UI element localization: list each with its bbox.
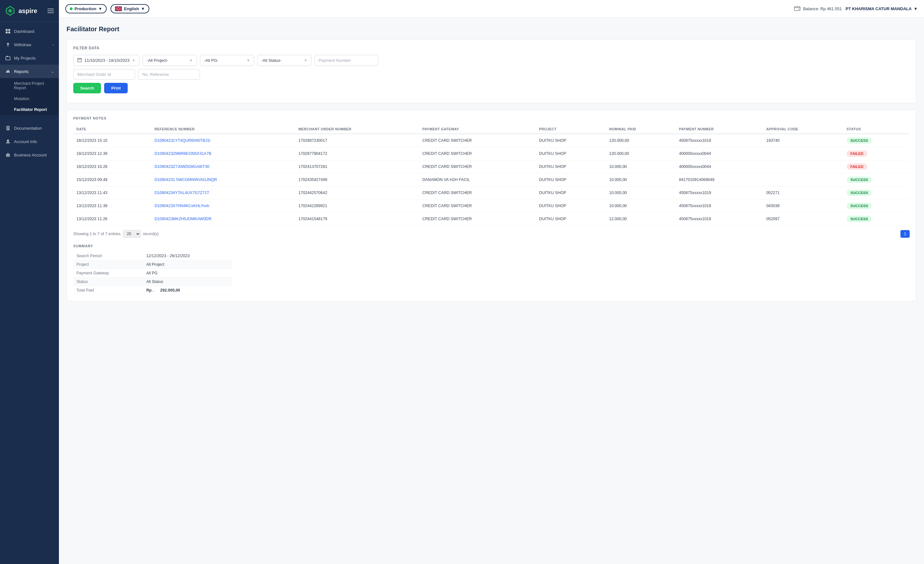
merchant-project-report-label: Merchant Project Report xyxy=(14,81,44,90)
cell-nominal: 10.000,00 xyxy=(606,173,676,186)
summary-label: Project xyxy=(73,260,143,269)
chevron-right-icon: › xyxy=(53,43,54,47)
cell-date: 13/12/2023 11.43 xyxy=(73,186,151,200)
svg-rect-7 xyxy=(6,57,10,60)
project-chevron-icon: ▼ xyxy=(189,59,193,62)
sidebar-item-dashboard-label: Dashboard xyxy=(14,29,34,34)
cell-merchant-order: 1702435427499 xyxy=(295,173,419,186)
language-selector[interactable]: English ▼ xyxy=(111,4,149,14)
pg-filter-value: -All PG- xyxy=(204,58,219,63)
page-size-select[interactable]: 20 50 100 xyxy=(123,230,141,238)
payment-number-input[interactable] xyxy=(315,55,378,66)
cell-merchant-order: 1702413707281 xyxy=(295,160,419,173)
cell-reference[interactable]: D1090423ZM6R8EON5X31A7B xyxy=(151,147,295,160)
cell-date: 13/12/2023 11.26 xyxy=(73,212,151,226)
cell-reference[interactable]: D10904234YTAL4UX7G7Z71T xyxy=(151,186,295,200)
summary-row: Payment GatewayAll PG xyxy=(73,269,232,278)
summary-title: SUMMARY xyxy=(73,244,910,248)
company-chevron-icon: ▼ xyxy=(914,6,918,11)
reference-link[interactable]: D10904231 5WCGMNWVAGJNQR xyxy=(154,177,217,182)
search-button[interactable]: Search xyxy=(73,83,101,93)
cell-project: DUITKU SHOP xyxy=(536,212,606,226)
logo-area: aspire xyxy=(0,0,59,22)
cell-reference[interactable]: D10904231YT4QUR6040TBJ1l xyxy=(151,134,295,147)
table-row: 15/12/2023 09.49 D10904231 5WCGMNWVAGJNQ… xyxy=(73,173,910,186)
page-1-button[interactable]: 1 xyxy=(900,230,910,238)
summary-value: All Project xyxy=(143,260,232,269)
col-date: DATE xyxy=(73,125,151,134)
cell-reference[interactable]: D1090423X7HN4KCxKHLYvxh xyxy=(151,200,295,212)
sidebar-item-withdraw[interactable]: Withdraw › xyxy=(0,38,59,51)
project-filter[interactable]: -All Project- ▼ xyxy=(142,55,197,66)
cell-nominal: 12.000,00 xyxy=(606,212,676,226)
sidebar-item-business-account[interactable]: Business Account xyxy=(0,148,59,162)
date-chevron-icon: ▼ xyxy=(132,59,135,62)
page-buttons: 1 xyxy=(900,230,910,238)
wallet-icon xyxy=(794,6,801,12)
sidebar-item-mutation[interactable]: Mutation xyxy=(0,93,59,104)
pagination-row: Showing 1 to 7 of 7 entries. 20 50 100 r… xyxy=(73,230,910,238)
reference-link[interactable]: D1090423X7HN4KCxKHLYvxh xyxy=(154,204,209,208)
cell-status: FAILED xyxy=(843,147,910,160)
cell-payment-number: 450875xxxxx1019 xyxy=(676,134,763,147)
facilitator-report-label: Facilitator Report xyxy=(14,107,47,112)
col-merchant-order: MERCHANT ORDER NUMBER xyxy=(295,125,419,134)
summary-row: StatusAll Status xyxy=(73,278,232,286)
sidebar-item-documentation[interactable]: Documentation xyxy=(0,122,59,135)
cell-project: DUITKU SHOP xyxy=(536,200,606,212)
status-badge: SUCCESS xyxy=(847,203,872,209)
print-button[interactable]: Print xyxy=(104,83,128,93)
sidebar-item-account-info[interactable]: Account Info xyxy=(0,135,59,148)
cell-approval: 193740 xyxy=(763,134,843,147)
sidebar-item-projects[interactable]: My Projects xyxy=(0,51,59,65)
filter-row-1: 11/10/2023 - 18/10/2023 ▼ -All Project- … xyxy=(73,55,910,66)
cell-reference[interactable]: D10904231 5WCGMNWVAGJNQR xyxy=(151,173,295,186)
no-reference-input[interactable] xyxy=(138,69,200,80)
project-filter-value: -All Project- xyxy=(147,58,168,63)
reference-link[interactable]: D1090423ZM6R8EON5X31A7B xyxy=(154,151,212,156)
environment-selector[interactable]: Production ▼ xyxy=(65,4,106,14)
cell-status: SUCCESS xyxy=(843,134,910,147)
sidebar-item-merchant-project-report[interactable]: Merchant Project Report xyxy=(0,78,59,93)
sidebar-item-facilitator-report[interactable]: Facilitator Report xyxy=(0,104,59,115)
cell-project: DUITKU SHOP xyxy=(536,134,606,147)
status-badge: SUCCESS xyxy=(847,176,872,183)
company-name[interactable]: PT KHARISMA CATUR MANDALA ▼ xyxy=(846,6,918,11)
cell-payment-number: 450875xxxxx1019 xyxy=(676,200,763,212)
reference-link[interactable]: D1090423MK2H5JOMKAW0DR xyxy=(154,217,212,221)
status-filter[interactable]: -All Status- ▼ xyxy=(257,55,311,66)
hamburger-menu[interactable] xyxy=(48,9,54,13)
status-badge: SUCCESS xyxy=(847,216,872,222)
svg-point-11 xyxy=(798,9,800,10)
table-row: 13/12/2023 11.39 D1090423X7HN4KCxKHLYvxh… xyxy=(73,200,910,212)
cell-reference[interactable]: D1090423MK2H5JOMKAW0DR xyxy=(151,212,295,226)
date-range-picker[interactable]: 11/10/2023 - 18/10/2023 ▼ xyxy=(73,55,140,66)
cell-approval: 052271 xyxy=(763,186,843,200)
env-dot xyxy=(70,8,73,10)
cell-project: DUITKU SHOP xyxy=(536,147,606,160)
reference-link[interactable]: D10904231YT4QUR6040TBJ1l xyxy=(154,138,210,143)
cell-date: 13/12/2023 11.39 xyxy=(73,200,151,212)
cell-approval xyxy=(763,160,843,173)
mutation-label: Mutation xyxy=(14,96,29,101)
filter-section-title: FILTER DATA xyxy=(73,46,910,50)
merchant-order-id-input[interactable] xyxy=(73,69,135,80)
svg-rect-12 xyxy=(78,58,81,62)
arrow-up-icon xyxy=(5,42,11,48)
col-status: STATUS xyxy=(843,125,910,134)
cell-reference[interactable]: D1090423Z7J0WDD8GA8IT30 xyxy=(151,160,295,173)
sidebar-navigation: Dashboard Withdraw › My Projects Reports… xyxy=(0,22,59,564)
sidebar-item-reports[interactable]: Reports ⌄ xyxy=(0,65,59,78)
status-filter-value: -All Status- xyxy=(261,58,282,63)
cell-merchant-order: 1702887230017 xyxy=(295,134,419,147)
sidebar-item-dashboard[interactable]: Dashboard xyxy=(0,24,59,38)
cell-date: 18/12/2023 12.39 xyxy=(73,147,151,160)
filter-card: FILTER DATA 11/10/2023 - 18/10/2023 ▼ -A… xyxy=(66,39,916,103)
reference-link[interactable]: D10904234YTAL4UX7G7Z71T xyxy=(154,191,209,195)
cell-pg: CREDIT CARD SWITCHER xyxy=(419,160,536,173)
reference-link[interactable]: D1090423Z7J0WDD8GA8IT30 xyxy=(154,164,209,169)
pg-filter[interactable]: -All PG- ▼ xyxy=(200,55,254,66)
col-pg: PAYMENT GATEWAY xyxy=(419,125,536,134)
pagination-showing-text: Showing 1 to 7 of 7 entries. xyxy=(73,232,121,236)
summary-body: Search Period12/12/2023 - 26/12/2023Proj… xyxy=(73,252,232,295)
